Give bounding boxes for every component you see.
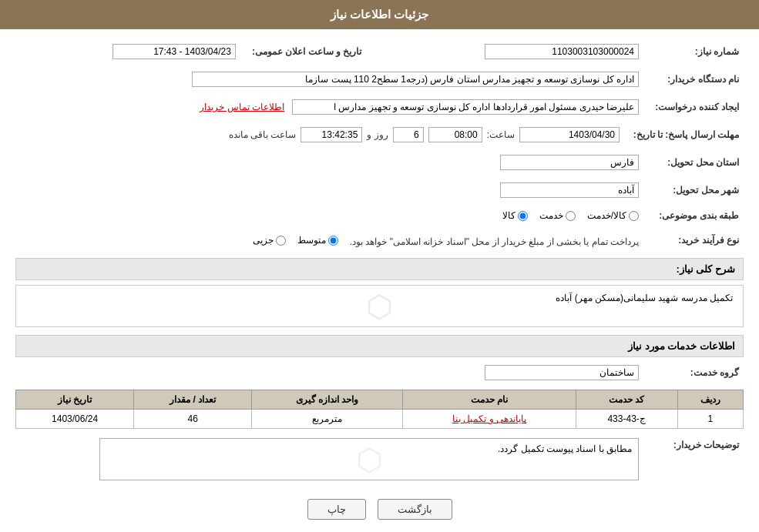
buyer-org-display: اداره کل نوسازی توسعه و تجهیز مدارس استا…	[192, 72, 639, 87]
requester-display: علیرضا حیدری مسئول امور قراردادها اداره …	[292, 99, 639, 115]
row-unit: مترمربع	[252, 410, 403, 429]
button-row: بازگشت چاپ	[15, 499, 744, 520]
announcement-date-label: تاریخ و ساعت اعلان عمومی:	[240, 41, 366, 62]
main-content: شماره نیاز: 1103003103000024 تاریخ و ساع…	[0, 29, 759, 532]
requester-label: ایجاد کننده درخواست:	[643, 96, 744, 118]
radio-jozei-label: جزیی	[253, 235, 274, 246]
col-header-code: کد حدمت	[576, 390, 677, 410]
province-label: استان محل تحویل:	[643, 152, 744, 173]
radio-kala-khidmat-label: کالا/خدمت	[587, 210, 626, 221]
buyer-notes-container: ⬡ مطابق با اسناد پیوست تکمیل گردد.	[99, 438, 639, 480]
buyer-notes-value: ⬡ مطابق با اسناد پیوست تکمیل گردد.	[15, 435, 643, 483]
province-value: فارس	[15, 152, 643, 173]
category-label: طبقه بندی موضوعی:	[643, 207, 744, 224]
contact-link[interactable]: اطلاعات تماس خریدار	[200, 102, 284, 112]
general-desc-container: ⬡ تکمیل مدرسه شهید سلیمانی(مسکن مهر) آبا…	[15, 285, 744, 327]
radio-khidmat[interactable]: خدمت	[539, 210, 576, 221]
service-group-table: گروه خدمت: ساختمان	[15, 362, 744, 383]
info-table-row1: شماره نیاز: 1103003103000024 تاریخ و ساع…	[15, 41, 744, 62]
general-desc-label: شرح کلی نیاز:	[676, 263, 735, 275]
page-title: جزئیات اطلاعات نیاز	[331, 8, 428, 21]
table-row: 1 ج-43-433 پایاندهی و تکمیل بنا مترمربع …	[16, 410, 744, 429]
radio-kala-label: کالا	[502, 210, 516, 221]
col-header-unit: واحد اندازه گیری	[252, 390, 403, 410]
col-header-name: نام حدمت	[403, 390, 576, 410]
services-table: ردیف کد حدمت نام حدمت واحد اندازه گیری ت…	[15, 390, 744, 429]
services-section-title: اطلاعات خدمات مورد نیاز	[15, 335, 744, 357]
row-code: ج-43-433	[576, 410, 677, 429]
row-date: 1403/06/24	[16, 410, 134, 429]
back-button[interactable]: بازگشت	[378, 499, 452, 520]
service-name-link[interactable]: پایاندهی و تکمیل بنا	[452, 413, 526, 424]
col-header-qty: تعداد / مقدار	[134, 390, 252, 410]
need-number-display: 1103003103000024	[485, 44, 639, 59]
time-label: ساعت:	[487, 129, 515, 140]
watermark2: ⬡	[356, 442, 383, 477]
radio-jozei[interactable]: جزیی	[253, 235, 286, 246]
info-table-row2: نام دستگاه خریدار: اداره کل نوسازی توسعه…	[15, 69, 744, 90]
page-header: جزئیات اطلاعات نیاز	[0, 0, 759, 29]
need-number-label: شماره نیاز:	[643, 41, 744, 62]
remaining-label: ساعت باقی مانده	[229, 129, 297, 140]
radio-mutavasset[interactable]: متوسط	[297, 235, 338, 246]
service-group-label: گروه خدمت:	[643, 362, 744, 383]
purchase-type-values: پرداخت تمام یا بخشی از مبلغ خریدار از مح…	[15, 230, 643, 250]
city-label: شهر محل تحویل:	[643, 179, 744, 201]
info-table-row8: نوع فرآیند خرید: پرداخت تمام یا بخشی از …	[15, 230, 744, 250]
requester-value: علیرضا حیدری مسئول امور قراردادها اداره …	[15, 96, 643, 118]
col-header-row: ردیف	[677, 390, 743, 410]
col-header-date: تاریخ نیاز	[16, 390, 134, 410]
category-radios: کالا/خدمت خدمت کالا	[15, 207, 643, 224]
info-table-row3: ایجاد کننده درخواست: علیرضا حیدری مسئول …	[15, 96, 744, 118]
city-display: آباده	[500, 182, 639, 198]
radio-kala-khidmat[interactable]: کالا/خدمت	[587, 210, 639, 221]
row-service-name: پایاندهی و تکمیل بنا	[403, 410, 576, 429]
announcement-date-value: 1403/04/23 - 17:43	[15, 41, 240, 62]
buyer-notes-text: مطابق با اسناد پیوست تکمیل گردد.	[498, 443, 632, 454]
buyer-notes-table: توضیحات خریدار: ⬡ مطابق با اسناد پیوست ت…	[15, 435, 744, 483]
reply-time-display: 08:00	[428, 127, 482, 142]
buyer-org-label: نام دستگاه خریدار:	[643, 69, 744, 90]
radio-khidmat-label: خدمت	[539, 210, 563, 221]
row-number: 1	[677, 410, 743, 429]
info-table-row4: مهلت ارسال پاسخ: تا تاریخ: 1403/04/30 سا…	[15, 124, 744, 146]
info-table-row5: استان محل تحویل: فارس	[15, 152, 744, 173]
reply-deadline-values: 1403/04/30 ساعت: 08:00 6 روز و 13:42:35 …	[15, 124, 624, 146]
radio-kala[interactable]: کالا	[502, 210, 528, 221]
general-desc-value: تکمیل مدرسه شهید سلیمانی(مسکن مهر) آباده	[22, 289, 737, 307]
page-wrapper: جزئیات اطلاعات نیاز شماره نیاز: 11030031…	[0, 0, 759, 532]
need-number-value: 1103003103000024	[366, 41, 643, 62]
buyer-org-value: اداره کل نوسازی توسعه و تجهیز مدارس استا…	[15, 69, 643, 90]
day-label: روز و	[367, 129, 388, 140]
city-value: آباده	[15, 179, 643, 201]
radio-mutavasset-label: متوسط	[297, 235, 326, 246]
row-quantity: 46	[134, 410, 252, 429]
service-group-display: ساختمان	[485, 365, 639, 380]
service-group-value: ساختمان	[15, 362, 643, 383]
province-display: فارس	[500, 155, 639, 170]
reply-deadline-label: مهلت ارسال پاسخ: تا تاریخ:	[624, 124, 744, 146]
announcement-date-display: 1403/04/23 - 17:43	[113, 44, 236, 59]
general-desc-section-title: شرح کلی نیاز:	[15, 258, 744, 280]
print-button[interactable]: چاپ	[307, 499, 366, 520]
reply-date-display: 1403/04/30	[519, 127, 620, 142]
purchase-notice: پرداخت تمام یا بخشی از مبلغ خریدار از مح…	[350, 236, 639, 247]
buyer-notes-label: توضیحات خریدار:	[643, 435, 744, 483]
purchase-type-label: نوع فرآیند خرید:	[643, 230, 744, 250]
countdown-display: 13:42:35	[301, 127, 362, 142]
reply-day-display: 6	[393, 127, 424, 142]
info-table-row6: شهر محل تحویل: آباده	[15, 179, 744, 201]
info-table-row7: طبقه بندی موضوعی: کالا/خدمت خدمت کالا	[15, 207, 744, 224]
